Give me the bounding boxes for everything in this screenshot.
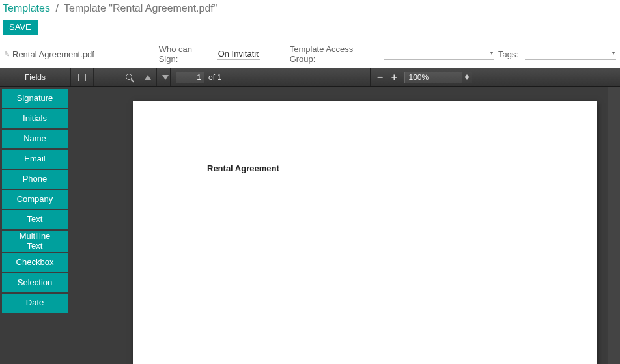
zoom-value: 100%	[409, 73, 429, 82]
field-selection[interactable]: Selection	[2, 273, 68, 292]
field-initials[interactable]: Initials	[2, 109, 68, 128]
tags-select[interactable]	[525, 48, 616, 60]
search-icon	[126, 74, 134, 81]
breadcrumb-root[interactable]: Templates	[3, 3, 50, 14]
template-meta-bar: ✎ Rental Agreement.pdf Who can Sign: ▾ T…	[0, 40, 620, 68]
toggle-sidebar-button[interactable]	[70, 68, 94, 86]
field-signature[interactable]: Signature	[2, 89, 68, 108]
page-number-input[interactable]	[176, 72, 204, 83]
page-indicator: of 1	[170, 68, 227, 86]
tags-label: Tags:	[498, 49, 521, 59]
field-checkbox[interactable]: Checkbox	[2, 253, 68, 272]
zoom-out-button[interactable]: −	[376, 72, 385, 83]
prev-page-button[interactable]	[139, 68, 156, 86]
pencil-icon: ✎	[4, 50, 10, 59]
arrow-up-icon	[145, 75, 151, 80]
filename-display[interactable]: ✎ Rental Agreement.pdf	[4, 49, 151, 59]
page-count-label: of 1	[204, 73, 221, 82]
arrow-down-icon	[162, 75, 169, 80]
field-company[interactable]: Company	[2, 190, 68, 209]
field-multiline-text[interactable]: Multiline Text	[2, 231, 68, 253]
workspace: Signature Initials Name Email Phone Comp…	[0, 87, 620, 364]
field-email[interactable]: Email	[2, 150, 68, 169]
template-access-group-label: Template Access Group:	[290, 44, 380, 64]
document-heading: Rental Agreement	[207, 163, 279, 173]
fields-panel: Signature Initials Name Email Phone Comp…	[0, 87, 70, 364]
zoom-controls: − + 100%	[370, 68, 477, 86]
sidebar-icon	[78, 74, 86, 81]
pdf-toolbar: Fields of 1 − + 100%	[0, 68, 620, 87]
next-page-button[interactable]	[156, 68, 170, 86]
breadcrumb-separator: /	[55, 3, 58, 14]
action-bar: SAVE	[0, 20, 620, 40]
who-can-sign-select[interactable]	[217, 48, 260, 60]
pdf-viewer[interactable]: Rental Agreement	[70, 87, 620, 364]
template-access-group-select[interactable]	[384, 48, 494, 60]
zoom-select[interactable]: 100%	[404, 72, 472, 83]
zoom-caret-icon	[462, 72, 472, 83]
zoom-in-button[interactable]: +	[390, 72, 399, 83]
search-button[interactable]	[120, 68, 139, 86]
filename-text: Rental Agreement.pdf	[12, 49, 94, 59]
field-phone[interactable]: Phone	[2, 170, 68, 189]
scrollbar-vertical[interactable]	[608, 87, 620, 364]
save-button[interactable]: SAVE	[3, 20, 38, 35]
pdf-page[interactable]: Rental Agreement	[133, 101, 597, 364]
breadcrumb-current: Template "Rental Agreement.pdf"	[64, 3, 218, 14]
who-can-sign-label: Who can Sign:	[159, 44, 213, 64]
fields-panel-header: Fields	[0, 68, 70, 86]
field-name[interactable]: Name	[2, 130, 68, 148]
field-text[interactable]: Text	[2, 210, 68, 229]
breadcrumb: Templates / Template "Rental Agreement.p…	[0, 0, 620, 20]
field-date[interactable]: Date	[2, 294, 68, 313]
